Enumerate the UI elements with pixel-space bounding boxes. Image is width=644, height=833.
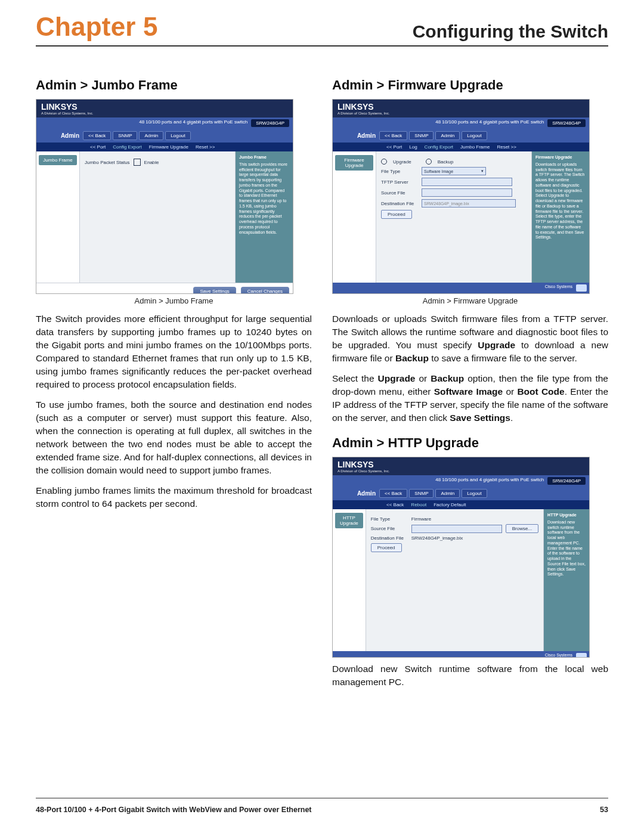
screenshot-center: File TypeFirmware Source FileBrowse... D… [366, 509, 544, 651]
corner-label: Cisco Systems [545, 284, 572, 292]
page-number: 53 [600, 806, 608, 814]
brand-logo-text: LINKSYS [338, 102, 584, 112]
subtab[interactable]: Config Export [113, 144, 141, 150]
radio-row: Upgrade Backup [381, 159, 527, 165]
screenshot-body: HTTP Upgrade File TypeFirmware Source Fi… [333, 509, 589, 651]
section-heading-jumbo: Admin > Jumbo Frame [36, 78, 312, 93]
help-panel: Jumbo Frame This switch provides more ef… [236, 151, 293, 283]
brand-subtext: A Division of Cisco Systems, Inc. [338, 469, 584, 473]
select-file-type[interactable]: Software Image▾ [422, 167, 486, 175]
tab-admin[interactable]: Admin [139, 131, 163, 140]
subtab[interactable]: Reset >> [196, 144, 215, 150]
screenshot-modelrow: 48 10/100 ports and 4 gigabit ports with… [333, 475, 589, 487]
screenshot-brandbar: LINKSYS A Division of Cisco Systems, Inc… [333, 100, 589, 117]
input-source-file[interactable] [422, 188, 512, 197]
tab-logout[interactable]: Logout [165, 131, 190, 140]
save-settings-button[interactable]: Save Settings [193, 287, 236, 294]
tab-admin[interactable]: Admin [435, 131, 460, 140]
help-heading: Firmware Upgrade [535, 155, 586, 160]
chapter-header: Chapter 5 Configuring the Switch [36, 12, 608, 42]
subtabs: << Back Reboot Factory Default [333, 500, 589, 509]
help-panel: HTTP Upgrade Download new switch runtime… [544, 509, 589, 651]
subtab[interactable]: Jumbo Frame [460, 144, 490, 150]
tab-snmp[interactable]: SNMP [409, 131, 434, 140]
subtab[interactable]: Factory Default [434, 502, 466, 507]
screenshot-caption-jumbo: Admin > Jumbo Frame [36, 296, 312, 305]
main-tabs: << Back SNMP Admin Logout [379, 487, 589, 500]
main-tabs: << Back SNMP Admin Logout [83, 129, 293, 143]
tab-back[interactable]: << Back [379, 489, 407, 498]
footer-left: 48-Port 10/100 + 4-Port Gigabit Switch w… [36, 806, 312, 814]
tab-admin[interactable]: Admin [435, 489, 460, 498]
input-destination-file[interactable]: SRW248G4P_image.bix [422, 199, 516, 208]
subtab[interactable]: << Port [386, 144, 402, 150]
screenshot-center: Jumbo Packet Status Enable [79, 151, 236, 283]
proceed-button[interactable]: Proceed [371, 543, 402, 552]
tab-snmp[interactable]: SNMP [113, 131, 137, 140]
subtab[interactable]: Log [409, 144, 417, 150]
tab-snmp[interactable]: SNMP [409, 489, 434, 498]
para-jumbo-2: To use jumbo frames, both the source and… [36, 398, 312, 477]
brand-logo-text: LINKSYS [338, 460, 584, 469]
subtabs: << Port Log Config Export Jumbo Frame Re… [333, 143, 589, 151]
screenshot-footer: Save Settings Cancel Changes [36, 283, 293, 294]
checkbox-label: Enable [144, 160, 159, 165]
cisco-icon [576, 284, 587, 292]
brand-subtext: A Division of Cisco Systems, Inc. [338, 112, 584, 115]
left-column: Admin > Jumbo Frame LINKSYS A Division o… [36, 78, 312, 696]
radio-label-upgrade: Upgrade [393, 159, 411, 165]
radio-backup[interactable] [426, 159, 432, 165]
screenshot-sidebar: Firmware Upgrade [333, 151, 376, 283]
right-column: Admin > Firmware Upgrade LINKSYS A Divis… [332, 78, 608, 696]
subtabs: << Port Config Export Firmware Upgrade R… [36, 143, 293, 151]
browse-button[interactable]: Browse... [506, 524, 538, 533]
input-tftp-server[interactable] [422, 178, 512, 186]
chapter-title: Configuring the Switch [413, 21, 608, 42]
subtab[interactable]: Reboot [411, 502, 426, 507]
subtab[interactable]: Config Export [425, 144, 453, 150]
input-source-file[interactable] [411, 525, 502, 533]
subtab[interactable]: Reset >> [497, 144, 516, 150]
para-fw-1: Downloads or uploads Switch firmware fil… [332, 312, 608, 365]
subtab[interactable]: Firmware Upgrade [149, 144, 188, 150]
proceed-button[interactable]: Proceed [381, 210, 412, 219]
screenshot-http-upgrade: LINKSYS A Division of Cisco Systems, Inc… [332, 457, 590, 658]
content-columns: Admin > Jumbo Frame LINKSYS A Division o… [36, 78, 608, 696]
page-footer: 48-Port 10/100 + 4-Port Gigabit Switch w… [36, 806, 608, 814]
field-label: Jumbo Packet Status [85, 160, 130, 165]
model-badge: SRW248G4P [251, 119, 289, 127]
screenshot-body: Jumbo Frame Jumbo Packet Status Enable J… [36, 151, 293, 283]
para-http-1: Download new Switch runtime software fro… [332, 662, 608, 689]
para-jumbo-3: Enabling jumbo frames limits the maximum… [36, 484, 312, 510]
corner-label: Cisco Systems [545, 653, 572, 658]
checkbox-icon[interactable] [134, 159, 141, 166]
screenshot-brandbar: LINKSYS A Division of Cisco Systems, Inc… [333, 457, 589, 475]
tab-logout[interactable]: Logout [462, 489, 487, 498]
main-tabs: << Back SNMP Admin Logout [379, 129, 589, 143]
tab-back[interactable]: << Back [379, 131, 407, 140]
screenshot-admin-row: Admin << Back SNMP Admin Logout [333, 129, 589, 143]
corner-logos: Cisco Systems [333, 651, 589, 658]
radio-label-backup: Backup [438, 159, 454, 165]
label-tftp-server: TFTP Server [381, 179, 418, 185]
radio-upgrade[interactable] [381, 159, 387, 165]
cancel-changes-button[interactable]: Cancel Changes [241, 287, 289, 294]
sidebar-chip: Firmware Upgrade [335, 155, 373, 171]
screenshot-body: Firmware Upgrade Upgrade Backup File Typ… [333, 151, 589, 283]
help-text: Downloads or uploads switch firmware fil… [535, 162, 586, 240]
label-source-file: Source File [371, 526, 408, 531]
tab-back[interactable]: << Back [83, 131, 111, 140]
help-heading: Jumbo Frame [239, 155, 289, 160]
screenshot-admin-row: Admin << Back SNMP Admin Logout [333, 487, 589, 500]
para-jumbo-1: The Switch provides more efficient throu… [36, 312, 312, 391]
sidebar-chip: HTTP Upgrade [335, 513, 363, 528]
label-file-type: File Type [371, 516, 408, 522]
help-heading: HTTP Upgrade [547, 513, 586, 518]
tab-logout[interactable]: Logout [462, 131, 487, 140]
section-heading-http: Admin > HTTP Upgrade [332, 435, 608, 451]
para-fw-2: Select the Upgrade or Backup option, the… [332, 372, 608, 425]
subtab[interactable]: << Port [90, 144, 106, 150]
help-text: Download new switch runtime software fro… [547, 520, 586, 577]
label-destination-file: Destination File [371, 535, 408, 541]
subtab[interactable]: << Back [386, 502, 404, 507]
